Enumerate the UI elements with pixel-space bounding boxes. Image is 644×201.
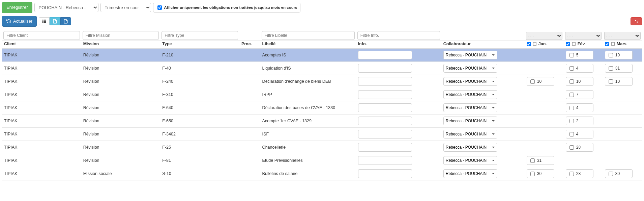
month-cell-checkbox[interactable] — [609, 53, 613, 57]
cell-info-input[interactable] — [358, 90, 412, 99]
cell-collab-select[interactable]: Rebecca - POUCHAIN — [443, 77, 497, 86]
month-cell[interactable]: 2 — [566, 117, 593, 125]
export-1-button[interactable] — [50, 17, 60, 25]
month-cell-checkbox[interactable] — [609, 172, 613, 176]
month-cell-checkbox[interactable] — [569, 66, 574, 71]
filter-info[interactable] — [357, 31, 440, 40]
cell-info-input[interactable] — [358, 117, 412, 125]
header-month-fev[interactable]: Fév. — [564, 41, 603, 49]
month-cell-checkbox[interactable] — [609, 79, 613, 84]
month-cell-value: 10 — [615, 53, 620, 57]
export-2-button[interactable] — [60, 17, 71, 25]
month-cell-checkbox[interactable] — [530, 79, 535, 84]
cell-collab-select[interactable]: Rebecca - POUCHAIN — [443, 90, 497, 99]
header-collab[interactable]: Collaborateur — [441, 41, 525, 49]
cell-collab-select[interactable]: Rebecca - POUCHAIN — [443, 156, 497, 165]
month-cell[interactable]: 10 — [605, 51, 633, 59]
month-cell[interactable]: 10 — [566, 77, 593, 86]
month-cell[interactable]: 4 — [566, 64, 593, 73]
header-info[interactable]: Info. — [356, 41, 441, 49]
table-row[interactable]: TIPIAKMission socialeS-10Bulletins de sa… — [2, 167, 642, 180]
header-libelle[interactable]: Libellé — [260, 41, 356, 49]
cell-info-input[interactable] — [358, 64, 412, 73]
table-row[interactable]: TIPIAKRévisionF-3402ISFRebecca - POUCHAI… — [2, 128, 642, 141]
month-cell-checkbox[interactable] — [609, 66, 613, 71]
month-cell-checkbox[interactable] — [569, 106, 574, 110]
table-row[interactable]: TIPIAKRévisionF-25ChancellerieRebecca - … — [2, 141, 642, 154]
month-cell-value: 10 — [537, 79, 541, 84]
table-row[interactable]: TIPIAKRévisionF-640Déclaration des bases… — [2, 101, 642, 115]
month-cell-checkbox[interactable] — [569, 172, 574, 176]
month-cell[interactable]: 5 — [566, 51, 593, 59]
table-row[interactable]: TIPIAKRévisionF-650Acompte 1er CVAE - 13… — [2, 115, 642, 128]
cell-type: F-210 — [160, 49, 239, 62]
header-mission[interactable]: Mission — [81, 41, 160, 49]
only-untreated-toggle[interactable]: Afficher uniquement les obligations non … — [153, 3, 300, 12]
month-cell[interactable]: 30 — [527, 169, 554, 178]
only-untreated-checkbox[interactable] — [157, 5, 162, 10]
refresh-button[interactable]: Actualiser — [2, 16, 37, 27]
period-select[interactable]: Trimestre en cours — [100, 3, 151, 12]
cell-info-input[interactable] — [358, 130, 412, 139]
table-row[interactable]: TIPIAKRévisionF-310IRPPRebecca - POUCHAI… — [2, 88, 642, 101]
cell-collab-select[interactable]: Rebecca - POUCHAIN — [443, 103, 497, 112]
month-cell[interactable]: 4 — [566, 130, 593, 139]
month-cell[interactable]: 31 — [527, 156, 554, 165]
cell-info-input[interactable] — [358, 77, 412, 86]
filter-month-fev[interactable]: - - - — [565, 32, 602, 40]
table-row[interactable]: TIPIAKRévisionF-81Etude PrévisionnellesR… — [2, 154, 642, 167]
month-cell-checkbox[interactable] — [569, 53, 574, 57]
table-row[interactable]: TIPIAKRévisionF-210Acomptes ISRebecca - … — [2, 49, 642, 62]
view-list-button[interactable] — [39, 17, 50, 25]
table-row[interactable]: TIPIAKRévisionF-240Déclaration d'échange… — [2, 75, 642, 88]
cell-collab-select[interactable]: Rebecca - POUCHAIN — [443, 64, 497, 73]
filter-libelle[interactable] — [262, 31, 355, 40]
header-type[interactable]: Type — [160, 41, 239, 49]
month-cell-checkbox[interactable] — [569, 145, 574, 150]
filter-type[interactable] — [162, 31, 238, 40]
cell-proc — [239, 75, 260, 88]
month-cell-checkbox[interactable] — [530, 158, 535, 163]
month-cell[interactable]: 30 — [605, 169, 633, 178]
user-select[interactable]: POUCHAIN - Rebecca - RP — [34, 3, 98, 12]
header-proc[interactable]: Proc. — [239, 41, 260, 49]
header-client[interactable]: Client — [2, 41, 81, 49]
month-cell-value: 2 — [576, 119, 579, 123]
filter-month-jan[interactable]: - - - — [526, 32, 562, 40]
month-cell-checkbox[interactable] — [569, 119, 574, 123]
month-fev-checkall[interactable] — [566, 42, 570, 46]
header-month-mars[interactable]: Mars — [603, 41, 642, 49]
filter-month-mars[interactable]: - - - — [604, 32, 641, 40]
month-cell[interactable]: 28 — [566, 143, 593, 152]
cell-info-input[interactable] — [358, 51, 412, 59]
header-month-jan[interactable]: Jan. — [525, 41, 564, 49]
cell-info-input[interactable] — [358, 103, 412, 112]
cell-info-input[interactable] — [358, 156, 412, 165]
cell-info-input[interactable] — [358, 169, 412, 178]
cell-collab-select[interactable]: Rebecca - POUCHAIN — [443, 130, 497, 139]
month-cell[interactable]: 4 — [566, 103, 593, 112]
month-jan-checkall[interactable] — [527, 42, 531, 46]
save-button[interactable]: Enregistrer — [2, 2, 32, 13]
month-cell[interactable]: 31 — [605, 64, 633, 73]
month-cell-checkbox[interactable] — [569, 132, 574, 136]
month-cell[interactable]: 10 — [605, 77, 633, 86]
month-cell-checkbox[interactable] — [530, 172, 535, 176]
cell-collab-select[interactable]: Rebecca - POUCHAIN — [443, 51, 497, 59]
cell-collab-select[interactable]: Rebecca - POUCHAIN — [443, 143, 497, 152]
month-cell[interactable]: 10 — [527, 77, 554, 86]
month-cell-checkbox[interactable] — [569, 79, 574, 84]
filter-client[interactable] — [3, 31, 80, 40]
cell-collab-select[interactable]: Rebecca - POUCHAIN — [443, 117, 497, 125]
cell-info-input[interactable] — [358, 143, 412, 152]
month-cell-checkbox[interactable] — [569, 93, 574, 97]
table-row[interactable]: TIPIAKRévisionF-40Liquidation d'ISRebecc… — [2, 62, 642, 75]
month-cell[interactable]: 7 — [566, 90, 593, 99]
month-cell[interactable]: 28 — [566, 169, 593, 178]
filter-mission[interactable] — [83, 31, 159, 40]
month-mars-checkall[interactable] — [605, 42, 609, 46]
settings-button[interactable] — [631, 17, 642, 25]
cell-collab-select[interactable]: Rebecca - POUCHAIN — [443, 169, 497, 178]
cell-client: TIPIAK — [2, 115, 81, 128]
cell-libelle: Liquidation d'IS — [260, 62, 356, 75]
